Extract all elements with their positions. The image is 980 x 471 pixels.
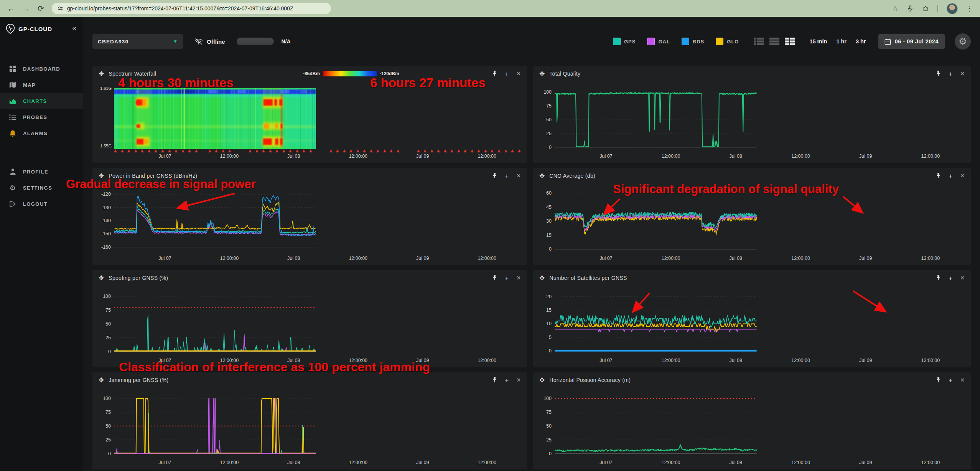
dashboard-settings-button[interactable]: ⚙	[955, 33, 971, 50]
range-3hr-button[interactable]: 3 hr	[856, 38, 866, 45]
chart-plot-area[interactable]: 1007550250Jul 0712:00:00Jul 0812:00:00Ju…	[533, 81, 971, 163]
event-marker-icon[interactable]	[302, 149, 305, 152]
pin-icon[interactable]	[492, 274, 497, 282]
event-marker-icon[interactable]	[363, 149, 366, 152]
move-icon[interactable]: ✥	[539, 173, 545, 179]
chart-plot-area[interactable]: 1007550250Jul 0712:00:00Jul 0812:00:00Ju…	[533, 388, 971, 469]
event-marker-icon[interactable]	[423, 149, 427, 152]
date-range-picker[interactable]: 06 - 09 Jul 2024	[878, 34, 945, 49]
event-marker-icon[interactable]	[497, 149, 501, 152]
extensions-puzzle-icon[interactable]	[922, 5, 929, 12]
event-marker-icon[interactable]	[262, 149, 265, 152]
event-marker-icon[interactable]	[356, 149, 359, 152]
address-bar[interactable]: gp-cloud.io/probes-status/17?from=2024-0…	[52, 3, 331, 14]
sidebar-item-dashboard[interactable]: DASHBOARD	[0, 61, 83, 77]
sidebar-item-alarms[interactable]: ALARMS	[0, 125, 83, 141]
event-marker-icon[interactable]	[188, 149, 191, 152]
waterfall-canvas[interactable]	[114, 88, 316, 149]
chart-canvas[interactable]	[555, 293, 757, 353]
event-marker-icon[interactable]	[336, 149, 339, 152]
event-marker-icon[interactable]	[114, 149, 117, 152]
event-marker-icon[interactable]	[282, 149, 285, 152]
event-marker-icon[interactable]	[477, 149, 480, 152]
event-marker-icon[interactable]	[154, 149, 157, 152]
event-marker-icon[interactable]	[161, 149, 164, 152]
close-icon[interactable]: ✕	[960, 377, 965, 383]
close-icon[interactable]: ✕	[960, 71, 965, 76]
sidebar-item-probes[interactable]: PROBES	[0, 109, 83, 125]
chart-canvas[interactable]	[555, 190, 757, 251]
event-marker-icon[interactable]	[511, 149, 514, 152]
range-15min-button[interactable]: 15 min	[809, 38, 827, 45]
move-icon[interactable]: ✥	[99, 377, 104, 383]
event-marker-icon[interactable]	[309, 149, 312, 152]
event-marker-icon[interactable]	[343, 149, 346, 152]
chart-canvas[interactable]	[114, 395, 316, 455]
add-panel-icon[interactable]: +	[505, 377, 509, 383]
add-panel-icon[interactable]: +	[949, 275, 952, 281]
range-1hr-button[interactable]: 1 hr	[836, 38, 847, 45]
event-marker-icon[interactable]	[437, 149, 440, 152]
pin-icon[interactable]	[492, 172, 497, 180]
forward-icon[interactable]: →	[22, 5, 30, 12]
chart-plot-area[interactable]: 1007550250Jul 0712:00:00Jul 0812:00:00Ju…	[92, 286, 527, 367]
chart-plot-area[interactable]: -120-130-140-150-160Jul 0712:00:00Jul 08…	[92, 183, 527, 265]
pin-icon[interactable]	[936, 172, 941, 180]
list-detail-view-icon[interactable]	[754, 38, 764, 45]
close-icon[interactable]: ✕	[960, 275, 965, 281]
close-icon[interactable]: ✕	[960, 173, 965, 178]
event-marker-icon[interactable]	[269, 149, 272, 152]
sidebar-item-map[interactable]: MAP	[0, 77, 83, 93]
event-marker-icon[interactable]	[504, 149, 507, 152]
chart-canvas[interactable]	[555, 88, 757, 149]
move-icon[interactable]: ✥	[539, 377, 545, 383]
event-marker-icon[interactable]	[296, 149, 299, 152]
profile-avatar[interactable]	[947, 3, 958, 14]
event-marker-icon[interactable]	[370, 149, 373, 152]
event-marker-icon[interactable]	[228, 149, 231, 152]
app-logo[interactable]: GP-CLOUD	[0, 17, 83, 36]
event-marker-icon[interactable]	[457, 149, 460, 152]
event-marker-icon[interactable]	[390, 149, 393, 152]
event-marker-icon[interactable]	[195, 149, 198, 152]
pin-icon[interactable]	[492, 70, 497, 78]
event-marker-icon[interactable]	[208, 149, 211, 152]
sidebar-collapse-icon[interactable]: «	[72, 24, 76, 32]
chart-canvas[interactable]	[114, 190, 316, 251]
event-marker-icon[interactable]	[430, 149, 433, 152]
event-marker-icon[interactable]	[491, 149, 494, 152]
event-marker-icon[interactable]	[255, 149, 259, 152]
event-marker-icon[interactable]	[518, 149, 521, 152]
event-marker-icon[interactable]	[222, 149, 225, 152]
event-marker-icon[interactable]	[275, 149, 278, 152]
pin-icon[interactable]	[492, 377, 497, 384]
event-marker-icon[interactable]	[417, 149, 420, 152]
add-panel-icon[interactable]: +	[505, 71, 509, 77]
event-marker-icon[interactable]	[329, 149, 333, 152]
pin-icon[interactable]	[936, 274, 941, 282]
add-panel-icon[interactable]: +	[949, 71, 952, 77]
reload-icon[interactable]: ⟳	[38, 5, 44, 12]
move-icon[interactable]: ✥	[99, 275, 104, 281]
close-icon[interactable]: ✕	[516, 71, 521, 76]
chart-plot-area[interactable]: 1007550250Jul 0712:00:00Jul 0812:00:00Ju…	[92, 388, 527, 469]
event-marker-icon[interactable]	[376, 149, 379, 152]
chart-canvas[interactable]	[114, 293, 316, 353]
add-panel-icon[interactable]: +	[949, 377, 952, 383]
event-marker-icon[interactable]	[464, 149, 467, 152]
chart-canvas[interactable]	[555, 395, 757, 455]
event-marker-icon[interactable]	[181, 149, 184, 152]
move-icon[interactable]: ✥	[539, 275, 545, 281]
add-panel-icon[interactable]: +	[505, 173, 509, 179]
event-marker-icon[interactable]	[148, 149, 151, 152]
pin-icon[interactable]	[936, 377, 941, 384]
add-panel-icon[interactable]: +	[949, 173, 952, 179]
sidebar-item-logout[interactable]: LOGOUT	[0, 196, 83, 212]
event-marker-icon[interactable]	[349, 149, 352, 152]
site-settings-icon[interactable]	[57, 5, 63, 12]
event-marker-icon[interactable]	[471, 149, 474, 152]
grid-view-icon[interactable]	[785, 38, 795, 45]
legend-item-gal[interactable]: GAL	[647, 38, 670, 45]
move-icon[interactable]: ✥	[99, 71, 104, 77]
back-icon[interactable]: ←	[7, 5, 15, 12]
